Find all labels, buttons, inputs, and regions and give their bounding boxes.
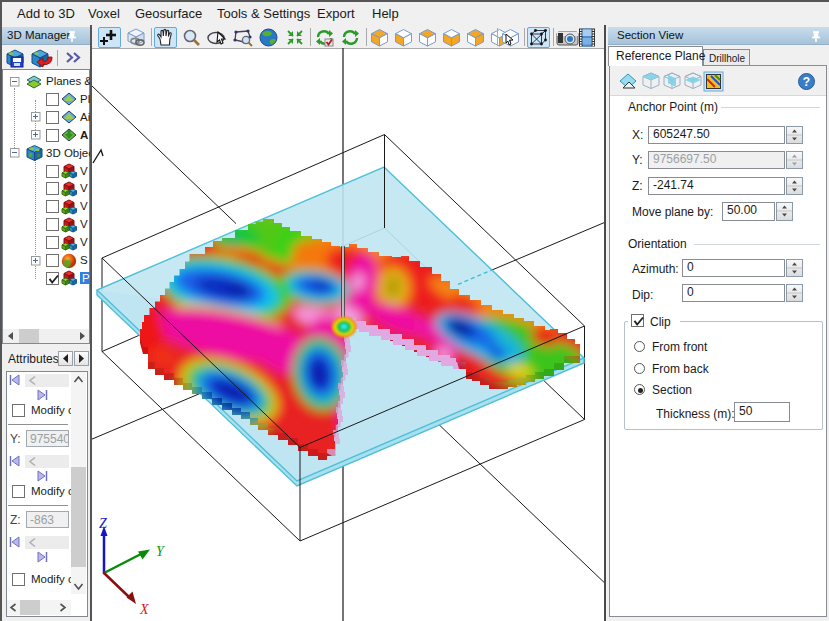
svg-text:X: X (139, 602, 149, 617)
svg-text:Z: Z (99, 516, 107, 531)
svg-text:Y: Y (156, 544, 166, 559)
svg-text:?: ? (803, 75, 810, 89)
